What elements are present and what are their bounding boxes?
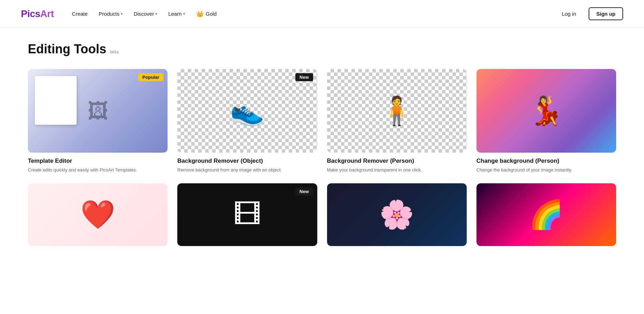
tool-card-bg-remover-person[interactable]: Background Remover (Person) Make your ba… xyxy=(327,69,467,174)
nav-item-gold[interactable]: 👑 Gold xyxy=(192,7,221,21)
tool-card-bg-remover-obj[interactable]: New Background Remover (Object) Remove b… xyxy=(177,69,317,174)
tool-image-wrap xyxy=(476,183,616,246)
page-title-wrap: Editing Tools beta xyxy=(28,42,616,56)
nav-item-products[interactable]: Products ▾ xyxy=(95,8,127,20)
tool-card-neon[interactable] xyxy=(476,183,616,251)
tool-image-wrap xyxy=(28,183,168,246)
tool-image-bg-remover-person xyxy=(327,69,467,153)
tool-card-hearts[interactable] xyxy=(28,183,168,251)
nav-label-gold: Gold xyxy=(206,11,217,17)
tool-image-wrap xyxy=(327,183,467,246)
beta-badge: beta xyxy=(110,49,118,54)
tool-card-film[interactable]: New xyxy=(177,183,317,251)
header-left: PicsArt Create Products ▾ Discover ▾ Lea… xyxy=(21,7,221,21)
tool-image-wrap xyxy=(327,69,467,153)
header: PicsArt Create Products ▾ Discover ▾ Lea… xyxy=(0,0,644,28)
tool-image-neon xyxy=(476,183,616,246)
crown-icon: 👑 xyxy=(196,10,204,18)
badge-new: New xyxy=(295,73,313,81)
nav-label-create: Create xyxy=(72,11,88,17)
chevron-down-icon: ▾ xyxy=(155,12,157,16)
chevron-down-icon: ▾ xyxy=(183,12,185,16)
tool-image-wrap xyxy=(476,69,616,153)
tool-image-wrap: New xyxy=(177,183,317,246)
logo[interactable]: PicsArt xyxy=(21,8,54,20)
tool-card-template-editor[interactable]: Popular Template Editor Create edits qui… xyxy=(28,69,168,174)
tool-desc: Create edits quickly and easily with Pic… xyxy=(28,167,168,174)
main-content: Editing Tools beta Popular Template Edit… xyxy=(0,28,644,275)
signup-button[interactable]: Sign up xyxy=(589,7,623,20)
header-right: Log in Sign up xyxy=(555,7,623,20)
tool-desc: Remove background from any image with an… xyxy=(177,167,317,174)
tool-card-change-bg-person[interactable]: Change background (Person) Change the ba… xyxy=(476,69,616,174)
nav-label-products: Products xyxy=(99,11,119,17)
tool-image-wrap: Popular xyxy=(28,69,168,153)
nav-item-discover[interactable]: Discover ▾ xyxy=(130,8,161,20)
nav-item-create[interactable]: Create xyxy=(68,8,92,20)
nav-item-learn[interactable]: Learn ▾ xyxy=(164,8,189,20)
tool-name: Background Remover (Person) xyxy=(327,158,467,164)
tool-image-dark xyxy=(327,183,467,246)
tool-name: Change background (Person) xyxy=(476,158,616,164)
nav-label-discover: Discover xyxy=(134,11,154,17)
tool-name: Template Editor xyxy=(28,158,168,164)
badge-popular: Popular xyxy=(138,73,163,81)
tool-card-dark[interactable] xyxy=(327,183,467,251)
badge-new: New xyxy=(295,187,313,196)
tool-image-hearts xyxy=(28,183,168,246)
tool-desc: Make your background transparent in one … xyxy=(327,167,467,174)
tools-grid-row1: Popular Template Editor Create edits qui… xyxy=(28,69,616,174)
tool-image-template-editor xyxy=(28,69,168,153)
login-button[interactable]: Log in xyxy=(555,8,583,20)
tool-name: Background Remover (Object) xyxy=(177,158,317,164)
nav-label-learn: Learn xyxy=(168,11,181,17)
tool-image-bg-remover-obj xyxy=(177,69,317,153)
nav: Create Products ▾ Discover ▾ Learn ▾ 👑 G… xyxy=(68,7,221,21)
tool-desc: Change the background of your image inst… xyxy=(476,167,616,174)
tool-image-change-bg xyxy=(476,69,616,153)
page-title: Editing Tools xyxy=(28,42,106,56)
tool-image-wrap: New xyxy=(177,69,317,153)
chevron-down-icon: ▾ xyxy=(121,12,123,16)
tools-grid-row2: New xyxy=(28,183,616,251)
